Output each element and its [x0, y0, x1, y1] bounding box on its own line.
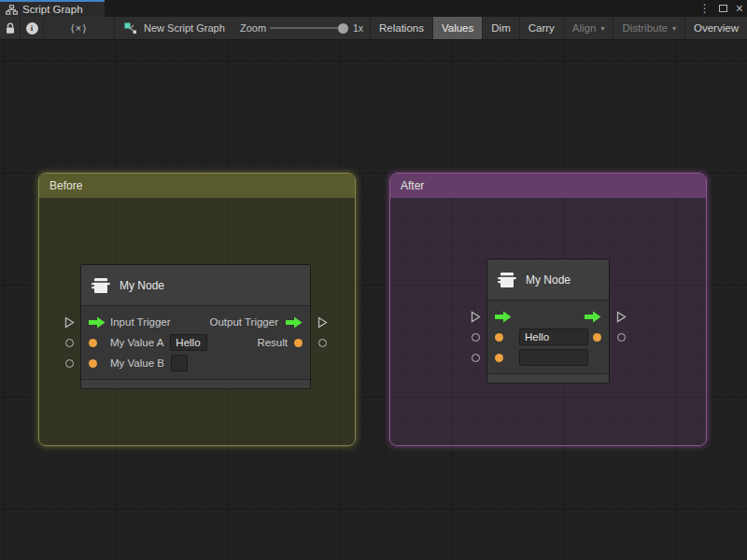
maximize-icon[interactable] — [719, 5, 727, 12]
values-button[interactable]: Values — [432, 17, 482, 39]
flow-arrow-icon — [495, 311, 512, 323]
result-port[interactable] — [294, 339, 303, 347]
graph-canvas[interactable]: Before After My Node — [0, 40, 747, 560]
group-before-header[interactable]: Before — [39, 174, 355, 198]
value-port-a[interactable] — [89, 339, 97, 347]
port-label: Output Trigger — [209, 316, 278, 328]
hollow-triangle-icon — [317, 316, 328, 329]
hollow-circle-icon — [472, 354, 480, 362]
zoom-slider-handle[interactable] — [338, 23, 348, 34]
outer-value-port[interactable] — [65, 353, 74, 373]
hollow-circle-icon — [65, 359, 74, 368]
tab-bar: Script Graph ⋮ × — [0, 0, 747, 17]
tab-script-graph[interactable]: Script Graph — [0, 0, 105, 17]
align-dropdown[interactable]: Align ▾ — [563, 17, 613, 39]
node-header[interactable]: My Node — [81, 265, 310, 306]
value-a-input[interactable]: Hello — [170, 334, 207, 351]
hollow-triangle-icon — [471, 311, 481, 323]
outer-value-port[interactable] — [65, 332, 74, 353]
outer-value-port[interactable] — [472, 347, 480, 368]
outer-value-port[interactable] — [472, 327, 480, 347]
output-trigger-port[interactable] — [285, 316, 303, 329]
hollow-circle-icon — [318, 339, 327, 347]
overview-button[interactable]: Overview — [684, 17, 747, 39]
carry-button[interactable]: Carry — [519, 17, 563, 39]
outer-flow-port[interactable] — [616, 306, 627, 327]
hollow-triangle-icon — [616, 311, 627, 323]
value-b-input[interactable] — [519, 349, 588, 366]
node-footer — [487, 373, 609, 383]
port-row-trigger: Input Trigger Output Trigger — [81, 312, 310, 332]
node-footer — [81, 379, 310, 388]
zoom-value: 1x — [353, 17, 363, 39]
zoom-slider[interactable] — [270, 27, 345, 29]
node-header[interactable]: My Node — [487, 259, 609, 301]
output-trigger-port[interactable] — [584, 311, 601, 323]
group-title: After — [401, 179, 424, 192]
value-b-input[interactable] — [171, 355, 188, 371]
hollow-circle-icon — [65, 339, 74, 347]
close-icon[interactable]: × — [736, 0, 743, 17]
outer-value-port[interactable] — [617, 327, 626, 347]
port-row-value-a: My Value A Hello Result — [81, 332, 310, 353]
input-trigger-port[interactable] — [89, 316, 106, 329]
port-label: Result — [257, 337, 288, 348]
result-port[interactable] — [593, 333, 601, 342]
group-title: Before — [49, 179, 82, 192]
input-trigger-port[interactable] — [495, 311, 513, 323]
value-port-a[interactable] — [495, 333, 503, 342]
group-after-header[interactable]: After — [390, 174, 706, 198]
port-label: Input Trigger — [110, 316, 171, 328]
new-script-graph-button[interactable]: New Script Graph — [124, 17, 225, 39]
dim-button[interactable]: Dim — [482, 17, 518, 39]
graph-hierarchy-icon — [6, 5, 18, 15]
flow-arrow-icon — [585, 311, 601, 323]
relations-button[interactable]: Relations — [370, 17, 432, 39]
lock-button[interactable] — [0, 17, 21, 39]
port-row-value-a: Hello — [487, 327, 609, 347]
value-port-b[interactable] — [495, 354, 503, 362]
outer-value-port[interactable] — [318, 332, 327, 353]
chevron-down-icon: ▾ — [600, 24, 604, 33]
node-my-node-after[interactable]: My Node Hello — [486, 259, 610, 384]
code-icon: ⟨×⟩ — [70, 22, 87, 35]
flow-arrow-icon — [89, 316, 106, 329]
hollow-triangle-icon — [64, 316, 75, 329]
toolbar-buttons: Relations Values Dim Carry Align ▾ Distr… — [370, 17, 747, 39]
port-row-trigger — [487, 306, 609, 327]
port-row-value-b — [487, 347, 609, 368]
node-icon — [497, 271, 517, 289]
lock-icon — [5, 22, 16, 35]
hollow-circle-icon — [617, 333, 626, 342]
chevron-down-icon: ▾ — [672, 24, 676, 33]
hollow-circle-icon — [472, 333, 480, 342]
script-graph-icon — [124, 22, 137, 35]
value-port-b[interactable] — [89, 359, 97, 368]
code-view-button[interactable]: ⟨×⟩ — [44, 17, 115, 39]
zoom-label: Zoom — [240, 17, 266, 39]
port-row-value-b: My Value B — [81, 353, 310, 373]
node-title: My Node — [120, 279, 164, 292]
tab-label: Script Graph — [22, 4, 83, 15]
port-label: My Value B — [110, 357, 164, 369]
info-button[interactable]: i — [21, 17, 44, 39]
value-a-input[interactable]: Hello — [519, 329, 588, 345]
node-title: My Node — [526, 273, 571, 287]
port-label: My Value A — [110, 337, 163, 348]
outer-flow-port[interactable] — [64, 312, 75, 332]
outer-flow-port[interactable] — [471, 306, 481, 327]
window-menu-icon[interactable]: ⋮ — [699, 0, 711, 17]
node-my-node-before[interactable]: My Node Input Trigger Output Trigger — [80, 264, 311, 389]
node-icon — [91, 276, 111, 295]
distribute-dropdown[interactable]: Distribute ▾ — [613, 17, 684, 39]
new-script-graph-label: New Script Graph — [144, 22, 225, 34]
outer-flow-port[interactable] — [317, 312, 328, 332]
flow-arrow-icon — [286, 316, 303, 329]
info-icon: i — [26, 22, 38, 35]
toolbar: i ⟨×⟩ New Script Graph Zoom 1x Relations… — [0, 17, 747, 40]
